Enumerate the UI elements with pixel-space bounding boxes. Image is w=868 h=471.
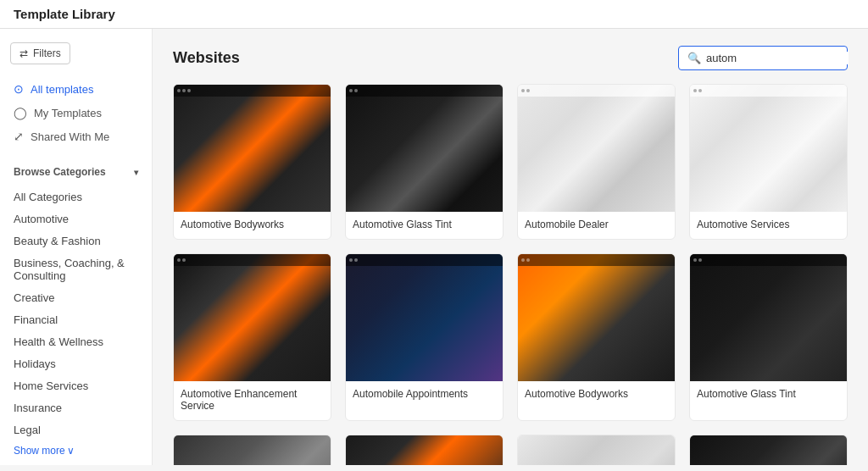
- search-input[interactable]: [706, 52, 849, 64]
- template-preview-3: [518, 85, 675, 212]
- nav-my-templates-label: My Templates: [34, 107, 102, 119]
- category-insurance[interactable]: Insurance: [10, 397, 142, 418]
- search-icon: 🔍: [687, 52, 701, 64]
- template-preview-b3: [518, 435, 675, 465]
- shared-icon: ⤢: [14, 130, 24, 143]
- template-label-6: Automobile Appointments: [346, 381, 503, 408]
- category-legal[interactable]: Legal: [10, 419, 142, 441]
- browse-categories-header[interactable]: Browse Categories ▾: [10, 161, 142, 183]
- browse-categories-label: Browse Categories: [14, 166, 106, 178]
- category-business[interactable]: Business, Coaching, & Consulting: [10, 252, 142, 286]
- category-holidays[interactable]: Holidays: [10, 353, 142, 374]
- template-label-3: Automobile Dealer: [518, 212, 675, 239]
- template-label-2: Automotive Glass Tint: [346, 212, 503, 239]
- template-preview-b2: [346, 435, 503, 465]
- show-more-chevron-icon: ∨: [67, 445, 75, 457]
- category-financial[interactable]: Financial: [10, 309, 142, 330]
- filters-label: Filters: [33, 47, 61, 59]
- chevron-down-icon: ▾: [134, 168, 138, 177]
- filter-icon: ⇄: [19, 47, 28, 59]
- all-templates-icon: ⊙: [14, 82, 24, 96]
- template-label-5: Automotive Enhancement Service: [174, 381, 331, 420]
- template-preview-6: [346, 254, 503, 381]
- category-home-services[interactable]: Home Services: [10, 375, 142, 396]
- category-health[interactable]: Health & Wellness: [10, 331, 142, 352]
- template-card-partial-2[interactable]: [345, 435, 504, 465]
- template-preview-5: [174, 254, 331, 381]
- template-label-4: Automotive Services: [690, 212, 847, 239]
- template-card-automotive-bodyworks-2[interactable]: Automotive Bodyworks: [517, 253, 676, 421]
- template-label-8: Automotive Glass Tint: [690, 381, 847, 408]
- content-header: Websites 🔍: [173, 46, 848, 70]
- show-more-button[interactable]: Show more ∨: [10, 441, 142, 460]
- my-templates-icon: ◯: [14, 106, 27, 119]
- template-card-automotive-enhancement[interactable]: Automotive Enhancement Service: [173, 253, 331, 421]
- template-card-partial-4[interactable]: [689, 435, 848, 465]
- nav-shared-label: Shared With Me: [31, 130, 109, 143]
- template-grid: Automotive Bodyworks Automotive Glass Ti…: [173, 84, 848, 465]
- nav-shared-with-me[interactable]: ⤢ Shared With Me: [10, 125, 142, 147]
- search-box: 🔍: [678, 46, 848, 70]
- nav-all-templates[interactable]: ⊙ All templates: [10, 78, 142, 100]
- show-more-label: Show more: [14, 445, 65, 457]
- category-automotive[interactable]: Automotive: [10, 208, 142, 230]
- template-preview-1: [174, 85, 331, 212]
- websites-title: Websites: [173, 49, 240, 67]
- main-layout: ⇄ Filters ⊙ All templates ◯ My Templates…: [0, 29, 868, 465]
- category-beauty[interactable]: Beauty & Fashion: [10, 230, 142, 252]
- template-card-partial-3[interactable]: [517, 435, 676, 465]
- template-card-automobile-dealer[interactable]: Automobile Dealer: [517, 84, 676, 240]
- nav-my-templates[interactable]: ◯ My Templates: [10, 102, 142, 124]
- template-preview-b4: [690, 435, 847, 465]
- template-label-1: Automotive Bodyworks: [174, 212, 331, 239]
- template-preview-2: [346, 85, 503, 212]
- template-card-partial-1[interactable]: [173, 435, 331, 465]
- category-all[interactable]: All Categories: [10, 186, 142, 208]
- app-header: Template Library: [0, 0, 868, 29]
- template-label-7: Automotive Bodyworks: [518, 381, 675, 408]
- template-preview-8: [690, 254, 847, 381]
- template-card-automobile-appointments[interactable]: Automobile Appointments: [345, 253, 504, 421]
- template-preview-7: [518, 254, 675, 381]
- template-card-automotive-glass-tint-1[interactable]: Automotive Glass Tint: [345, 84, 504, 240]
- main-content: Websites 🔍 Automotive B: [153, 29, 868, 465]
- categories-list: All Categories Automotive Beauty & Fashi…: [10, 186, 142, 441]
- page-title: Template Library: [14, 7, 115, 21]
- template-card-automotive-bodyworks-1[interactable]: Automotive Bodyworks: [173, 84, 331, 240]
- template-preview-4: [690, 85, 847, 212]
- filters-button[interactable]: ⇄ Filters: [10, 42, 70, 64]
- template-card-automotive-services[interactable]: Automotive Services: [689, 84, 848, 240]
- nav-all-templates-label: All templates: [31, 83, 93, 96]
- nav-section: ⊙ All templates ◯ My Templates ⤢ Shared …: [10, 78, 142, 147]
- sidebar: ⇄ Filters ⊙ All templates ◯ My Templates…: [0, 29, 153, 465]
- template-preview-b1: [174, 435, 331, 465]
- category-creative[interactable]: Creative: [10, 287, 142, 308]
- template-card-automotive-glass-tint-2[interactable]: Automotive Glass Tint: [689, 253, 848, 421]
